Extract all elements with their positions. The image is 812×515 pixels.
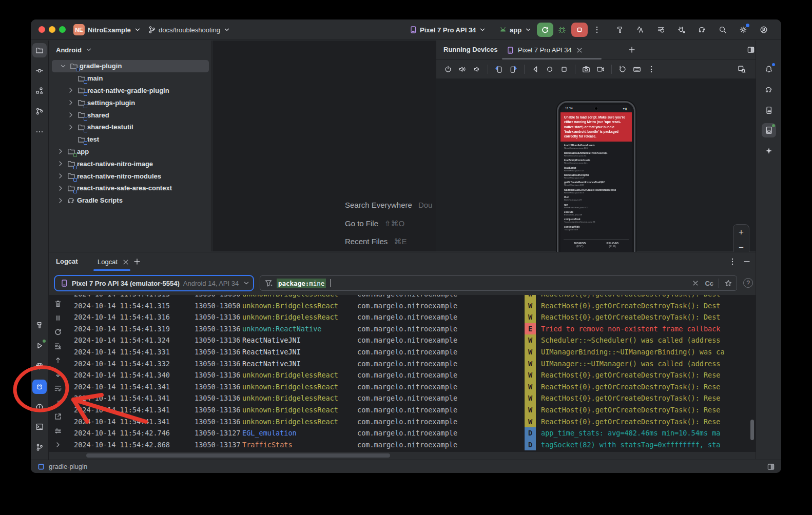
device-tab[interactable]: Pixel 7 Pro API 34 bbox=[502, 41, 588, 60]
branch-selector[interactable]: docs/troubleshooting bbox=[148, 19, 231, 40]
restart-logcat-icon[interactable] bbox=[53, 327, 63, 336]
volume-down-icon[interactable] bbox=[471, 64, 482, 75]
project-selector[interactable]: NitroExample bbox=[88, 19, 142, 40]
log-row[interactable]: 2024-10-14 11:54:41.31513050-13050unknow… bbox=[74, 300, 749, 312]
gradle-tool-icon[interactable] bbox=[762, 83, 776, 97]
new-device-tab-button[interactable] bbox=[625, 43, 639, 56]
hardware-input-icon[interactable] bbox=[631, 64, 643, 75]
configure-logcat-icon[interactable] bbox=[53, 426, 63, 435]
power-icon[interactable] bbox=[442, 64, 454, 75]
rotate-left-icon[interactable] bbox=[493, 64, 505, 75]
tree-item-app[interactable]: app bbox=[49, 146, 211, 158]
run-tool-icon[interactable] bbox=[32, 339, 47, 353]
vertical-scrollbar[interactable] bbox=[750, 420, 754, 440]
tree-item-react-native-safe-area-context[interactable]: react-native-safe-area-context bbox=[49, 182, 211, 194]
build-tool-icon[interactable] bbox=[32, 318, 47, 332]
hide-panel-icon[interactable] bbox=[740, 255, 753, 268]
help-icon[interactable]: ? bbox=[743, 278, 753, 288]
log-row[interactable]: 2024-10-14 11:54:41.34113050-13136unknow… bbox=[74, 404, 749, 416]
log-row[interactable]: 2024-10-14 11:54:42.86813050-13137Traffi… bbox=[74, 439, 749, 451]
chevron-right-icon[interactable] bbox=[56, 147, 65, 155]
search-everywhere-icon[interactable] bbox=[716, 23, 729, 36]
clear-logcat-icon[interactable] bbox=[53, 299, 63, 308]
account-icon[interactable] bbox=[757, 23, 770, 36]
chevron-right-icon[interactable] bbox=[67, 111, 75, 119]
clear-filter-icon[interactable] bbox=[691, 279, 700, 287]
close-window-button[interactable] bbox=[38, 26, 45, 33]
close-tab-icon[interactable] bbox=[122, 258, 130, 266]
debug-button[interactable] bbox=[555, 23, 569, 36]
emulator-screen[interactable]: 11:54 ▾▮ Unable to load script. Make sur… bbox=[557, 101, 635, 269]
log-row[interactable]: 2024-10-14 11:54:41.31613050-13136unknow… bbox=[74, 311, 749, 323]
log-row[interactable]: 2024-10-14 11:54:41.31313050-13050unknow… bbox=[74, 295, 749, 300]
tree-item-gradle-scripts[interactable]: Gradle Scripts bbox=[49, 194, 211, 207]
running-devices-icon[interactable] bbox=[762, 123, 776, 137]
window-layout-icon[interactable] bbox=[767, 463, 775, 471]
previous-occurrence-icon[interactable] bbox=[53, 355, 63, 365]
code-inspection-icon[interactable] bbox=[634, 23, 647, 36]
logcat-device-selector[interactable]: Pixel 7 Pro API 34 (emulator-5554) Andro… bbox=[54, 275, 254, 291]
tree-item-react-native-nitro-modules[interactable]: react-native-nitro-modules bbox=[49, 170, 211, 182]
chevron-right-icon[interactable] bbox=[56, 160, 65, 168]
log-rows[interactable]: 2024-10-14 11:54:41.31313050-13050unknow… bbox=[74, 295, 749, 452]
horizontal-scrollbar[interactable] bbox=[86, 453, 390, 458]
pull-requests-tool-icon[interactable] bbox=[32, 104, 47, 118]
log-row[interactable]: 2024-10-14 11:54:41.34113050-13136unknow… bbox=[74, 416, 749, 428]
export-logcat-icon[interactable] bbox=[53, 412, 63, 421]
zoom-in-button[interactable]: + bbox=[739, 227, 744, 237]
tree-item-main[interactable]: main bbox=[49, 72, 211, 85]
chevron-right-icon[interactable] bbox=[67, 98, 75, 107]
home-icon[interactable] bbox=[544, 64, 555, 75]
log-row[interactable]: 2024-10-14 11:54:42.74613050-13127EGL_em… bbox=[74, 427, 749, 439]
close-tab-icon[interactable] bbox=[575, 46, 584, 54]
screen-record-icon[interactable] bbox=[595, 64, 606, 75]
structure-tool-icon[interactable] bbox=[32, 84, 47, 98]
next-occurrence-icon[interactable] bbox=[53, 370, 63, 379]
filter-icon[interactable] bbox=[264, 279, 273, 287]
overview-icon[interactable] bbox=[558, 64, 570, 75]
version-control-tool-icon[interactable] bbox=[32, 440, 47, 454]
scroll-to-end-icon[interactable] bbox=[53, 342, 63, 351]
build-icon[interactable] bbox=[613, 23, 627, 36]
import-logcat-icon[interactable] bbox=[53, 398, 63, 407]
logcat-filter-field[interactable]: package:mine Cc bbox=[260, 275, 737, 291]
device-selector[interactable]: Pixel 7 Pro API 34 bbox=[409, 19, 487, 40]
more-tools-icon[interactable] bbox=[32, 125, 47, 139]
profiler-icon[interactable] bbox=[675, 23, 688, 36]
build-variants-icon[interactable] bbox=[654, 23, 668, 36]
device-reset-icon[interactable] bbox=[617, 64, 628, 75]
zoom-out-button[interactable]: − bbox=[739, 243, 744, 253]
log-row[interactable]: 2024-10-14 11:54:41.32413050-13136ReactN… bbox=[74, 334, 749, 346]
tree-item-settings-plugin[interactable]: settings-plugin bbox=[49, 96, 211, 109]
device-manager-icon[interactable] bbox=[762, 103, 776, 117]
chevron-down-icon[interactable] bbox=[59, 62, 67, 70]
zoom-window-button[interactable] bbox=[59, 26, 66, 33]
log-row[interactable]: 2024-10-14 11:54:41.33113050-13136ReactN… bbox=[74, 346, 749, 358]
project-tool-icon[interactable] bbox=[32, 43, 47, 57]
soft-wrap-icon[interactable] bbox=[53, 384, 63, 393]
tree-item-shared-testutil[interactable]: shared-testutil bbox=[49, 121, 211, 133]
expand-tools-icon[interactable] bbox=[53, 440, 63, 449]
log-row[interactable]: 2024-10-14 11:54:41.34113050-13136unknow… bbox=[74, 381, 749, 393]
tree-item-shared[interactable]: shared bbox=[49, 109, 211, 121]
logcat-tool-icon[interactable] bbox=[32, 380, 47, 394]
run-button[interactable] bbox=[537, 23, 553, 37]
commit-tool-icon[interactable] bbox=[32, 64, 47, 78]
chevron-right-icon[interactable] bbox=[56, 172, 65, 180]
run-configuration-selector[interactable]: app bbox=[499, 19, 532, 40]
gemini-icon[interactable] bbox=[762, 144, 776, 158]
log-row[interactable]: 2024-10-14 11:54:41.34113050-13136unknow… bbox=[74, 392, 749, 404]
tree-item-react-native-nitro-image[interactable]: react-native-nitro-image bbox=[49, 157, 211, 170]
logcat-tab[interactable]: Logcat bbox=[92, 252, 135, 271]
tree-item-test[interactable]: test bbox=[49, 133, 211, 146]
minimize-window-button[interactable] bbox=[49, 26, 55, 33]
project-view-selector[interactable]: Android bbox=[56, 46, 93, 54]
match-case-toggle[interactable]: Cc bbox=[705, 280, 713, 287]
log-row[interactable]: 2024-10-14 11:54:41.34013050-13136unknow… bbox=[74, 369, 749, 381]
mirror-search-icon[interactable] bbox=[735, 63, 748, 76]
screenshot-icon[interactable] bbox=[581, 64, 592, 75]
chevron-right-icon[interactable] bbox=[56, 196, 65, 205]
app-quality-insights-icon[interactable] bbox=[32, 359, 47, 373]
panel-options-icon[interactable] bbox=[726, 255, 739, 268]
notifications-icon[interactable] bbox=[762, 62, 776, 76]
